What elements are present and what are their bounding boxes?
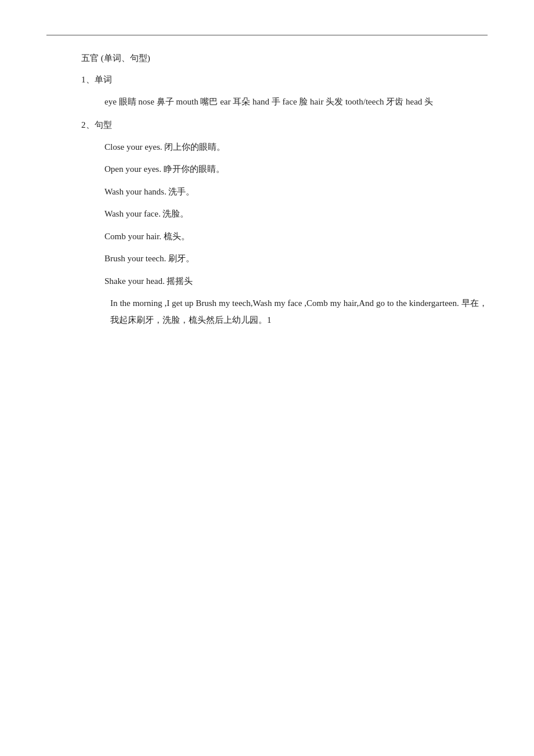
sentence-line: Shake your head. 摇摇头 <box>46 273 488 290</box>
subsection2-label: 2、句型 <box>46 120 488 131</box>
sentence-line: Wash your face. 洗脸。 <box>46 206 488 222</box>
sentence-line: Open your eyes. 睁开你的眼睛。 <box>46 161 488 178</box>
subsection1-label: 1、单词 <box>46 74 488 85</box>
sentences-container: Close your eyes. 闭上你的眼睛。Open your eyes. … <box>46 139 488 290</box>
section-title: 五官 (单词、句型) <box>46 53 488 64</box>
sentence-line: Brush your teech. 刷牙。 <box>46 250 488 267</box>
page: 五官 (单词、句型) 1、单词 eye 眼睛 nose 鼻子 mouth 嘴巴 … <box>0 0 534 756</box>
paragraph-english: In the morning ,I get up Brush my teech,… <box>110 298 461 308</box>
vocabulary-text: eye 眼睛 nose 鼻子 mouth 嘴巴 ear 耳朵 hand 手 fa… <box>46 93 488 110</box>
sentence-line: Comb your hair. 梳头。 <box>46 228 488 245</box>
sentence-line: Wash your hands. 洗手。 <box>46 183 488 200</box>
sentence-line: Close your eyes. 闭上你的眼睛。 <box>46 139 488 156</box>
top-divider <box>46 35 488 35</box>
paragraph-block: In the morning ,I get up Brush my teech,… <box>46 295 488 328</box>
